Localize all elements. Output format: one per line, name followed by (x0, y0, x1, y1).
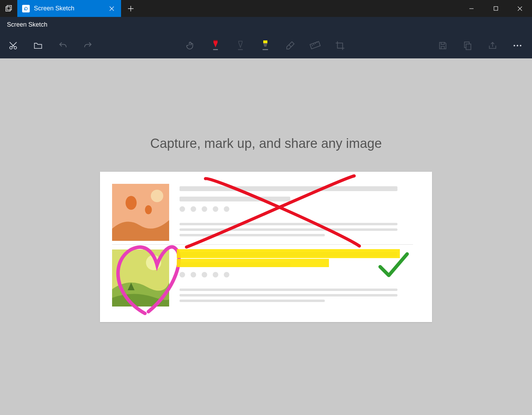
pencil-tool-button[interactable] (228, 32, 253, 58)
app-subtitle: Screen Sketch (0, 17, 532, 32)
copy-button (455, 32, 480, 58)
welcome-illustration (100, 172, 432, 322)
maximize-button[interactable] (484, 0, 508, 17)
crop-tool-button[interactable] (328, 32, 352, 58)
svg-rect-6 (213, 40, 218, 41)
save-button (430, 32, 455, 58)
redo-button (75, 32, 100, 58)
title-bar: Screen Sketch (0, 0, 532, 17)
undo-button (51, 32, 75, 58)
svg-point-19 (145, 205, 152, 214)
minimize-button[interactable] (459, 0, 484, 17)
svg-point-17 (151, 190, 163, 202)
highlighter-tool-button[interactable] (253, 32, 278, 58)
svg-rect-8 (238, 49, 243, 50)
sample-thumbnail-1 (112, 184, 169, 241)
svg-point-15 (520, 45, 522, 46)
ruler-tool-button[interactable] (303, 32, 328, 58)
welcome-headline: Capture, mark up, and share any image (150, 136, 382, 151)
sample-thumbnail-2 (112, 249, 169, 306)
svg-point-13 (514, 45, 515, 46)
svg-rect-3 (494, 7, 498, 10)
svg-rect-11 (310, 41, 320, 49)
new-tab-button[interactable] (121, 0, 140, 17)
svg-point-14 (517, 45, 519, 46)
eraser-tool-button[interactable] (278, 32, 303, 58)
more-button[interactable] (505, 32, 530, 58)
tab-label: Screen Sketch (34, 5, 74, 12)
close-tab-icon[interactable] (107, 4, 116, 13)
svg-rect-1 (7, 5, 11, 10)
new-snip-button[interactable] (1, 32, 26, 58)
svg-rect-9 (263, 40, 267, 43)
share-button (480, 32, 505, 58)
touch-writing-button (178, 32, 203, 58)
toolbar (0, 32, 532, 58)
svg-point-18 (126, 196, 137, 210)
svg-rect-12 (466, 44, 471, 49)
close-window-button[interactable] (508, 0, 532, 17)
svg-rect-0 (6, 7, 10, 11)
app-icon (22, 5, 30, 12)
canvas-area: Capture, mark up, and share any image (0, 58, 532, 415)
pen-tool-button[interactable] (203, 32, 228, 58)
tab-sets-icon[interactable] (0, 0, 17, 17)
svg-point-21 (146, 255, 161, 270)
open-file-button[interactable] (26, 32, 51, 58)
svg-rect-10 (263, 49, 268, 50)
svg-rect-7 (213, 49, 218, 50)
active-tab[interactable]: Screen Sketch (17, 0, 121, 17)
